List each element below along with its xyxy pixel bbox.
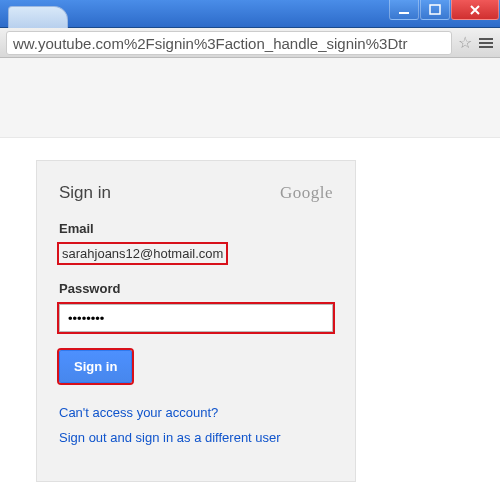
url-input[interactable]: ww.youtube.com%2Fsignin%3Faction_handle_…	[6, 31, 452, 55]
email-label: Email	[59, 221, 333, 236]
email-value: sarahjoans12@hotmail.com	[59, 244, 226, 263]
maximize-button[interactable]	[420, 0, 450, 20]
signin-button[interactable]: Sign in	[59, 350, 132, 383]
window-controls	[389, 0, 500, 20]
svg-rect-1	[430, 5, 440, 14]
bookmark-star-icon[interactable]: ☆	[458, 33, 472, 52]
signin-card: Sign in Google Email sarahjoans12@hotmai…	[36, 160, 356, 482]
browser-tab[interactable]	[8, 6, 68, 28]
address-bar: ww.youtube.com%2Fsignin%3Faction_handle_…	[0, 28, 500, 58]
minimize-button[interactable]	[389, 0, 419, 20]
sign-out-link[interactable]: Sign out and sign in as a different user	[59, 430, 333, 445]
password-input[interactable]	[59, 304, 333, 332]
svg-rect-0	[399, 12, 409, 14]
close-button[interactable]	[451, 0, 499, 20]
page-banner	[0, 58, 500, 138]
hamburger-menu-icon[interactable]	[478, 38, 494, 48]
cant-access-link[interactable]: Can't access your account?	[59, 405, 333, 420]
google-logo: Google	[280, 183, 333, 203]
signin-title: Sign in	[59, 183, 111, 203]
card-header: Sign in Google	[59, 183, 333, 203]
window-titlebar	[0, 0, 500, 28]
password-label: Password	[59, 281, 333, 296]
